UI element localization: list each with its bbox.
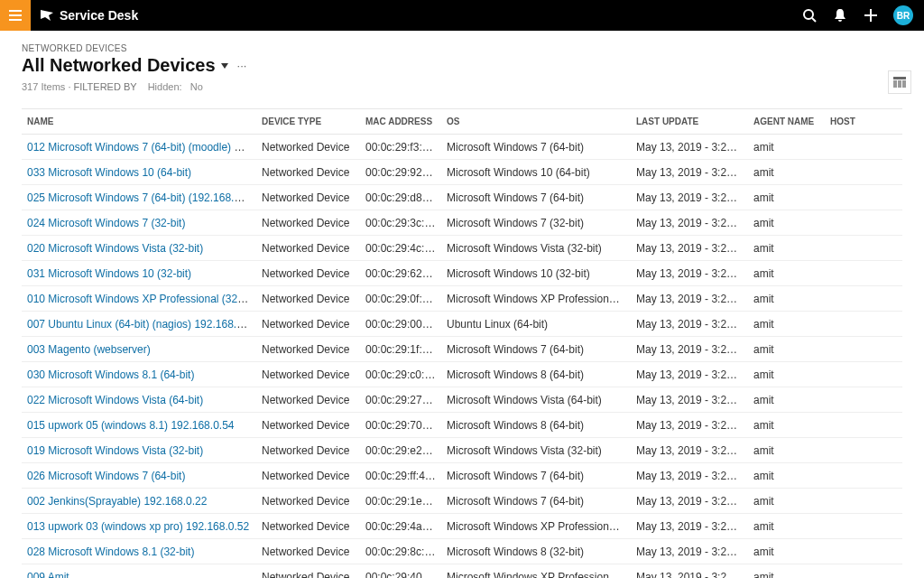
cell-mac: 00:0c:29:4a:22:ff bbox=[360, 514, 441, 539]
device-name-link[interactable]: 009 Amit bbox=[27, 571, 69, 579]
col-header-last-update[interactable]: LAST UPDATE bbox=[631, 109, 748, 135]
cell-os: Microsoft Windows 7 (32-bit) bbox=[441, 210, 631, 236]
table-row[interactable]: 024 Microsoft Windows 7 (32-bit)Networke… bbox=[22, 210, 902, 236]
svg-rect-7 bbox=[893, 77, 906, 79]
cell-last-update: May 13, 2019 - 3:20PM bbox=[631, 413, 748, 438]
top-actions: BR bbox=[801, 5, 924, 25]
page-content: NETWORKED DEVICES All Networked Devices … bbox=[0, 31, 924, 578]
col-header-mac[interactable]: MAC ADDRESS bbox=[360, 109, 441, 135]
device-name-link[interactable]: 030 Microsoft Windows 8.1 (64-bit) bbox=[27, 368, 194, 381]
user-avatar[interactable]: BR bbox=[893, 5, 913, 25]
table-row[interactable]: 012 Microsoft Windows 7 (64-bit) (moodle… bbox=[22, 135, 902, 160]
more-actions[interactable]: ··· bbox=[234, 59, 247, 72]
filter-summary: 317 Items · FILTERED BY Hidden: No bbox=[22, 81, 902, 92]
filter-value[interactable]: No bbox=[190, 81, 203, 92]
cell-mac: 00:0c:29:ff:42:45 bbox=[360, 463, 441, 489]
cell-mac: 00:0c:29:00:0d:36 bbox=[360, 312, 441, 337]
cell-device-type: Networked Device bbox=[256, 438, 360, 463]
device-name-link[interactable]: 022 Microsoft Windows Vista (64-bit) bbox=[27, 394, 203, 406]
cell-host bbox=[825, 413, 902, 438]
device-name-link[interactable]: 019 Microsoft Windows Vista (32-bit) bbox=[27, 444, 203, 457]
col-header-device-type[interactable]: DEVICE TYPE bbox=[256, 109, 360, 135]
chevron-down-icon bbox=[221, 63, 228, 69]
device-name-link[interactable]: 031 Microsoft Windows 10 (32-bit) bbox=[27, 267, 191, 280]
cell-os: Microsoft Windows 7 (64-bit) bbox=[441, 463, 631, 489]
cell-device-type: Networked Device bbox=[256, 312, 360, 337]
cell-last-update: May 13, 2019 - 3:20PM bbox=[631, 539, 748, 564]
item-count: 317 Items bbox=[22, 81, 65, 92]
title-dropdown-caret[interactable] bbox=[221, 63, 228, 69]
col-header-os[interactable]: OS bbox=[441, 109, 631, 135]
cell-host bbox=[825, 185, 902, 210]
app-title: Service Desk bbox=[60, 8, 138, 23]
device-name-link[interactable]: 033 Microsoft Windows 10 (64-bit) bbox=[27, 166, 191, 179]
cell-agent-name: amit bbox=[748, 438, 825, 463]
devices-table: NAME DEVICE TYPE MAC ADDRESS OS LAST UPD… bbox=[22, 108, 902, 578]
device-name-link[interactable]: 025 Microsoft Windows 7 (64-bit) (192.16… bbox=[27, 191, 256, 204]
col-header-name[interactable]: NAME bbox=[22, 109, 256, 135]
cell-host bbox=[825, 160, 902, 185]
cell-agent-name: amit bbox=[748, 514, 825, 539]
cell-agent-name: amit bbox=[748, 387, 825, 413]
table-row[interactable]: 033 Microsoft Windows 10 (64-bit)Network… bbox=[22, 160, 902, 185]
cell-host bbox=[825, 135, 902, 160]
svg-rect-0 bbox=[9, 10, 22, 12]
svg-rect-6 bbox=[864, 14, 877, 16]
cell-last-update: May 13, 2019 - 3:20PM bbox=[631, 185, 748, 210]
device-name-link[interactable]: 028 Microsoft Windows 8.1 (32-bit) bbox=[27, 545, 194, 558]
table-row[interactable]: 022 Microsoft Windows Vista (64-bit)Netw… bbox=[22, 387, 902, 413]
cell-last-update: May 13, 2019 - 3:20PM bbox=[631, 160, 748, 185]
cell-device-type: Networked Device bbox=[256, 539, 360, 564]
cell-mac: 00:0c:29:f3:d0:58 bbox=[360, 135, 441, 160]
cell-mac: 00:0c:29:92:00:ba bbox=[360, 160, 441, 185]
device-name-link[interactable]: 002 Jenkins(Sprayable) 192.168.0.22 bbox=[27, 495, 207, 508]
cell-last-update: May 13, 2019 - 3:20PM bbox=[631, 438, 748, 463]
page-title[interactable]: All Networked Devices bbox=[22, 55, 216, 76]
table-row[interactable]: 026 Microsoft Windows 7 (64-bit)Networke… bbox=[22, 463, 902, 489]
search-button[interactable] bbox=[801, 7, 818, 23]
cell-device-type: Networked Device bbox=[256, 362, 360, 387]
table-row[interactable]: 009 AmitNetworked Device00:0c:29:40:0a:2… bbox=[22, 564, 902, 579]
table-row[interactable]: 003 Magento (webserver)Networked Device0… bbox=[22, 337, 902, 362]
cell-os: Microsoft Windows 8 (32-bit) bbox=[441, 539, 631, 564]
cell-agent-name: amit bbox=[748, 362, 825, 387]
svg-rect-1 bbox=[9, 14, 22, 16]
columns-icon bbox=[893, 77, 906, 88]
cell-agent-name: amit bbox=[748, 210, 825, 236]
table-row[interactable]: 019 Microsoft Windows Vista (32-bit)Netw… bbox=[22, 438, 902, 463]
device-name-link[interactable]: 024 Microsoft Windows 7 (32-bit) bbox=[27, 217, 185, 229]
table-row[interactable]: 028 Microsoft Windows 8.1 (32-bit)Networ… bbox=[22, 539, 902, 564]
cell-device-type: Networked Device bbox=[256, 387, 360, 413]
table-row[interactable]: 020 Microsoft Windows Vista (32-bit)Netw… bbox=[22, 236, 902, 261]
table-row[interactable]: 007 Ubuntu Linux (64-bit) (nagios) 192.1… bbox=[22, 312, 902, 337]
device-name-link[interactable]: 012 Microsoft Windows 7 (64-bit) (moodle… bbox=[27, 141, 256, 154]
table-row[interactable]: 025 Microsoft Windows 7 (64-bit) (192.16… bbox=[22, 185, 902, 210]
device-name-link[interactable]: 003 Magento (webserver) bbox=[27, 343, 151, 356]
filter-field[interactable]: Hidden: bbox=[148, 81, 182, 92]
device-name-link[interactable]: 015 upwork 05 (windows 8.1) 192.168.0.54 bbox=[27, 419, 234, 432]
notifications-button[interactable] bbox=[832, 7, 848, 23]
view-columns-button[interactable] bbox=[888, 70, 911, 94]
table-row[interactable]: 015 upwork 05 (windows 8.1) 192.168.0.54… bbox=[22, 413, 902, 438]
plus-icon bbox=[864, 9, 877, 22]
col-header-agent-name[interactable]: AGENT NAME bbox=[748, 109, 825, 135]
device-name-link[interactable]: 020 Microsoft Windows Vista (32-bit) bbox=[27, 242, 203, 255]
add-button[interactable] bbox=[863, 7, 879, 23]
device-name-link[interactable]: 013 upwork 03 (windows xp pro) 192.168.0… bbox=[27, 520, 249, 533]
device-name-link[interactable]: 026 Microsoft Windows 7 (64-bit) bbox=[27, 470, 185, 482]
table-row[interactable]: 010 Microsoft Windows XP Professional (3… bbox=[22, 286, 902, 312]
hamburger-menu[interactable] bbox=[0, 0, 31, 31]
hamburger-icon bbox=[9, 10, 22, 21]
cell-os: Microsoft Windows 7 (64-bit) bbox=[441, 489, 631, 514]
table-row[interactable]: 031 Microsoft Windows 10 (32-bit)Network… bbox=[22, 261, 902, 286]
cell-last-update: May 13, 2019 - 3:20PM bbox=[631, 236, 748, 261]
cell-mac: 00:0c:29:70:16:5c bbox=[360, 413, 441, 438]
cell-agent-name: amit bbox=[748, 236, 825, 261]
table-row[interactable]: 030 Microsoft Windows 8.1 (64-bit)Networ… bbox=[22, 362, 902, 387]
device-name-link[interactable]: 010 Microsoft Windows XP Professional (3… bbox=[27, 293, 256, 305]
col-header-host[interactable]: HOST bbox=[825, 109, 902, 135]
table-row[interactable]: 013 upwork 03 (windows xp pro) 192.168.0… bbox=[22, 514, 902, 539]
device-name-link[interactable]: 007 Ubuntu Linux (64-bit) (nagios) 192.1… bbox=[27, 318, 256, 331]
table-row[interactable]: 002 Jenkins(Sprayable) 192.168.0.22Netwo… bbox=[22, 489, 902, 514]
search-icon bbox=[802, 8, 817, 23]
